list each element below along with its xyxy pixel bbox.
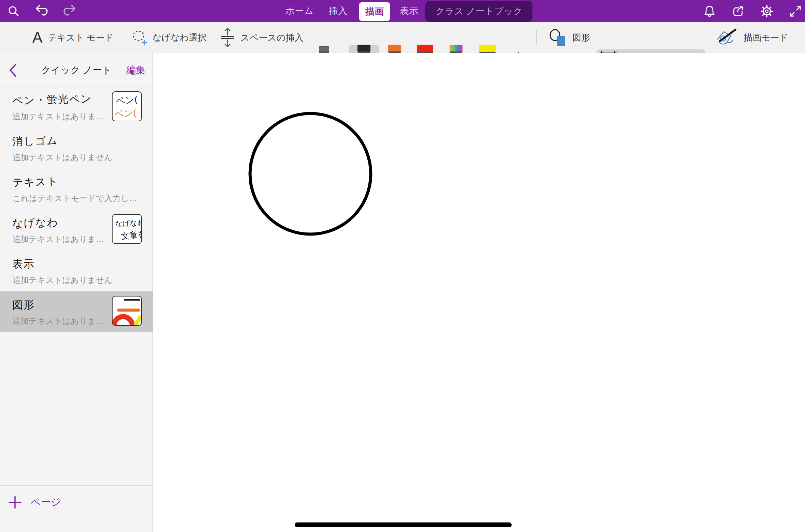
insert-space-label: スペースの挿入 [240,32,303,44]
draw-mode-icon [716,28,738,47]
page-list-header: クイック ノート 編集 [0,53,153,87]
page-row-eraser[interactable]: 消しゴム 追加テキストはありません [0,128,153,169]
page-title: 消しゴム [12,132,111,149]
page-list-panel: クイック ノート 編集 ペン・蛍光ペン 追加テキストはありま… ペン( ペン( … [0,53,153,532]
page-row-lasso[interactable]: なげなわ 追加テキストはありま… なげなわ 文章を [0,210,153,250]
fullscreen-icon [789,5,802,17]
redo-icon [62,4,77,18]
shapes-label: 図形 [572,32,590,44]
home-indicator[interactable] [295,522,512,527]
share-icon [732,5,745,18]
toolbar-divider [344,30,344,45]
undo-button[interactable] [32,0,51,22]
edit-button[interactable]: 編集 [126,53,145,87]
toolbar-divider [306,30,306,45]
shapes-button[interactable]: 図形 [548,22,590,53]
notifications-icon [703,5,716,18]
lasso-select-button[interactable]: なげなわ選択 [131,22,206,53]
page-title: ペン・蛍光ペン [12,91,111,108]
page-title: 図形 [12,295,111,313]
redo-button[interactable] [60,0,79,22]
page-subtitle: 追加テキストはありません [12,152,142,163]
settings-icon [760,5,773,18]
svg-text:ペン(: ペン( [115,94,138,106]
tab-draw[interactable]: 描画 [359,2,390,21]
page-row-view[interactable]: 表示 追加テキストはありません [0,250,153,291]
lasso-icon [131,29,147,46]
text-mode-label: テキスト モード [48,32,114,44]
page-thumbnail [112,296,142,326]
page-thumbnail: なげなわ 文章を [112,214,142,244]
page-row-shapes-selected[interactable]: 図形 追加テキストはありま… [0,291,153,332]
insert-space-icon [220,27,235,48]
fullscreen-button[interactable] [786,0,805,22]
tab-home[interactable]: ホーム [285,0,314,22]
undo-icon [34,4,49,18]
page-subtitle: 追加テキストはありません [12,275,142,286]
add-page-label: ページ [31,496,61,509]
notifications-button[interactable] [700,0,719,22]
shapes-icon [548,28,567,47]
text-mode-icon: A [32,30,42,45]
page-title: なげなわ [12,214,111,231]
ink-stroke-circle [153,53,805,532]
tab-view[interactable]: 表示 [399,0,419,22]
draw-mode-label: 描画モード [744,32,788,44]
search-icon [8,5,20,17]
search-button[interactable] [4,0,23,22]
lasso-label: なげなわ選択 [152,32,206,44]
tab-class-notebook[interactable]: クラス ノートブック [425,1,532,22]
svg-text:ペン(: ペン( [114,108,136,119]
draw-ribbon: A テキスト モード なげなわ選択 スペースの挿入 [0,22,805,53]
svg-text:文章を: 文章を [121,229,141,241]
share-button[interactable] [729,0,748,22]
insert-space-button[interactable]: スペースの挿入 [220,22,303,53]
text-mode-button[interactable]: A テキスト モード [32,22,114,53]
add-page-button[interactable]: ページ [8,493,61,511]
page-title: 表示 [12,255,111,272]
top-app-bar: ホーム 挿入 描画 表示 クラス ノートブック [0,0,805,22]
drawing-canvas[interactable] [153,53,805,532]
page-title: テキスト [12,173,111,190]
page-thumbnail: ペン( ペン( [112,91,142,121]
draw-mode-button[interactable]: 描画モード [716,22,788,53]
toolbar-divider [536,30,537,45]
page-subtitle: これはテキストモードで入力し… [12,193,142,204]
settings-button[interactable] [757,0,776,22]
svg-text:なげなわ: なげなわ [115,218,141,228]
add-page-icon [8,496,22,509]
page-row-text[interactable]: テキスト これはテキストモードで入力し… [0,169,153,210]
sidebar-footer-divider [0,485,153,486]
page-row-pen-highlighter[interactable]: ペン・蛍光ペン 追加テキストはありま… ペン( ペン( [0,87,153,128]
tab-insert[interactable]: 挿入 [328,0,348,22]
